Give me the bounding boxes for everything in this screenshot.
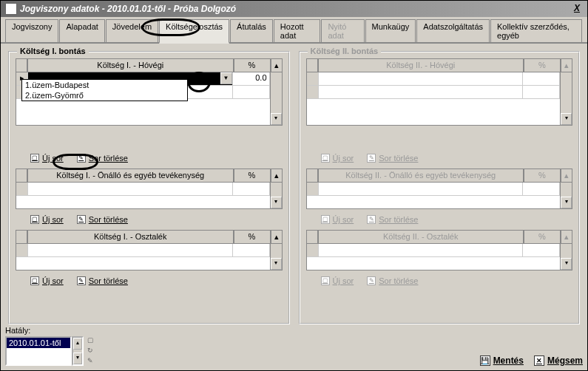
scroll-down[interactable]: ▾: [271, 113, 282, 125]
scroll-down-icon[interactable]: ▾: [73, 353, 82, 364]
delete-row-button-3[interactable]: ✎Sor törlése: [77, 276, 128, 285]
new-icon: ▢: [30, 276, 39, 285]
panel-koltseg-2: Költség II. bontás Költség II. - Hóvégi …: [299, 51, 581, 324]
tab-hozott-adat[interactable]: Hozott adat: [274, 19, 321, 42]
tab-munkaugy[interactable]: Munkaügy: [365, 19, 416, 42]
grid-1-osztalek: Költség I. - Osztalék % ▴ ▾: [16, 230, 283, 270]
new-row-button-2[interactable]: ▢Új sor: [30, 215, 64, 224]
new-icon: ▢: [321, 215, 330, 224]
hataly-scroll[interactable]: ▴ ▾: [72, 336, 84, 366]
tab-jovedelem[interactable]: Jövedelem: [106, 19, 158, 42]
tab-kollektiv[interactable]: Kollektív szerződés, egyéb: [490, 19, 582, 42]
hataly-list[interactable]: 2010.01.01-től: [5, 336, 72, 366]
cell-2-pct[interactable]: [233, 183, 270, 196]
scrollbar-2[interactable]: ▾: [270, 183, 282, 208]
scroll-up[interactable]: ▴: [271, 58, 283, 72]
new-row-disabled: ▢Új sor: [321, 154, 354, 163]
grid-2-osztalek: Költség II. - Osztalék % ▴ ▾: [306, 230, 573, 270]
delete-icon: ✎: [77, 215, 86, 224]
tab-jogviszony[interactable]: Jogviszony: [5, 19, 58, 42]
close-button[interactable]: X: [571, 3, 583, 15]
scrollbar[interactable]: ▾: [270, 72, 282, 125]
col-header-pct: %: [234, 58, 271, 72]
content: Költség I. bontás Költség I. - Hóvégi % …: [1, 44, 587, 332]
save-icon: 💾: [480, 355, 490, 366]
col-header-main-2: Költség I. - Önálló és egyéb tevékenység: [27, 169, 234, 183]
cell-3-pct[interactable]: [233, 244, 270, 257]
edit-icon[interactable]: ✎: [85, 357, 95, 366]
delete-icon: ✎: [77, 154, 86, 163]
row-header-corner: [16, 58, 27, 72]
grid-2-hovegi: Költség II. - Hóvégi % ▴ ▾: [306, 58, 573, 126]
delete-row-disabled: ✎Sor törlése: [367, 154, 418, 163]
cancel-button[interactable]: ✕Mégsem: [534, 355, 583, 366]
toolbar-1: ▢Új sor ✎Sor törlése: [16, 151, 283, 169]
panel-koltseg-1: Költség I. bontás Költség I. - Hóvégi % …: [8, 51, 290, 324]
cancel-icon: ✕: [534, 355, 544, 366]
new-icon: ▢: [321, 276, 330, 285]
col-header-pct-3: %: [234, 230, 271, 244]
dropdown-list[interactable]: 1.üzem-Budapest 2.üzem-Gyömrő: [21, 79, 188, 101]
delete-icon: ✎: [77, 276, 86, 285]
scroll-up-2[interactable]: ▴: [271, 169, 283, 183]
scrollbar-3[interactable]: ▾: [270, 244, 282, 270]
hataly-item[interactable]: 2010.01.01-től: [7, 338, 70, 348]
cell-pct-1[interactable]: 0.0: [233, 72, 270, 86]
refresh-icon[interactable]: ↻: [85, 347, 95, 355]
save-button[interactable]: 💾Mentés: [480, 355, 524, 366]
col-header-main: Költség I. - Hóvégi: [27, 58, 234, 72]
new-icon: ▢: [321, 154, 330, 163]
dropdown-option-1[interactable]: 1.üzem-Budapest: [22, 80, 187, 90]
cell-2[interactable]: [28, 183, 233, 196]
titlebar: Jogviszony adatok - 2010.01.01-től - Pró…: [1, 1, 587, 17]
new-icon: ▢: [30, 215, 39, 224]
tab-koltsegelosztas[interactable]: Költségelosztás: [159, 19, 229, 44]
new-row-button-3[interactable]: ▢Új sor: [30, 276, 64, 285]
window-title: Jogviszony adatok - 2010.01.01-től - Pró…: [20, 4, 236, 14]
tab-nyito-adat[interactable]: Nyitó adat: [321, 19, 364, 42]
dropdown-toggle[interactable]: ▼: [220, 72, 232, 84]
tab-alapadat[interactable]: Alapadat: [59, 19, 104, 42]
app-icon: [5, 3, 17, 15]
grid-1-onallo: Költség I. - Önálló és egyéb tevékenység…: [16, 169, 283, 209]
delete-row-button[interactable]: ✎Sor törlése: [77, 154, 128, 163]
cell-empty-pct[interactable]: [233, 86, 270, 99]
scroll-up-icon[interactable]: ▴: [73, 338, 82, 350]
delete-icon: ✎: [367, 215, 376, 224]
col-header-main-3: Költség I. - Osztalék: [27, 230, 234, 244]
grid-2-onallo: Költség II. - Önálló és egyéb tevékenysé…: [306, 169, 573, 209]
panel-title-2: Költség II. bontás: [308, 47, 382, 55]
scroll-up-3[interactable]: ▴: [271, 230, 283, 244]
delete-icon: ✎: [367, 276, 376, 285]
tab-atutalas[interactable]: Átutalás: [230, 19, 273, 42]
page-icon[interactable]: ▢: [85, 336, 95, 345]
delete-icon: ✎: [367, 154, 376, 163]
panel-title-1: Költség I. bontás: [17, 47, 89, 55]
hataly-label: Hatály:: [5, 326, 97, 335]
col-header-pct-2: %: [234, 169, 271, 183]
footer: Hatály: 2010.01.01-től ▴ ▾ ▢ ↻ ✎ 💾Mentés: [5, 326, 583, 366]
tab-adatszolgaltatas[interactable]: Adatszolgáltatás: [416, 19, 490, 42]
window: Jogviszony adatok - 2010.01.01-től - Pró…: [0, 0, 588, 371]
new-row-button[interactable]: ▢Új sor: [30, 154, 64, 163]
cell-3[interactable]: [28, 244, 233, 257]
tab-bar: Jogviszony Alapadat Jövedelem Költségelo…: [1, 17, 587, 44]
delete-row-button-2[interactable]: ✎Sor törlése: [77, 215, 128, 224]
new-icon: ▢: [30, 154, 39, 163]
hataly-tools: ▢ ↻ ✎: [85, 336, 97, 366]
dropdown-option-2[interactable]: 2.üzem-Gyömrő: [22, 90, 187, 101]
hataly-section: Hatály: 2010.01.01-től ▴ ▾ ▢ ↻ ✎: [5, 326, 97, 366]
